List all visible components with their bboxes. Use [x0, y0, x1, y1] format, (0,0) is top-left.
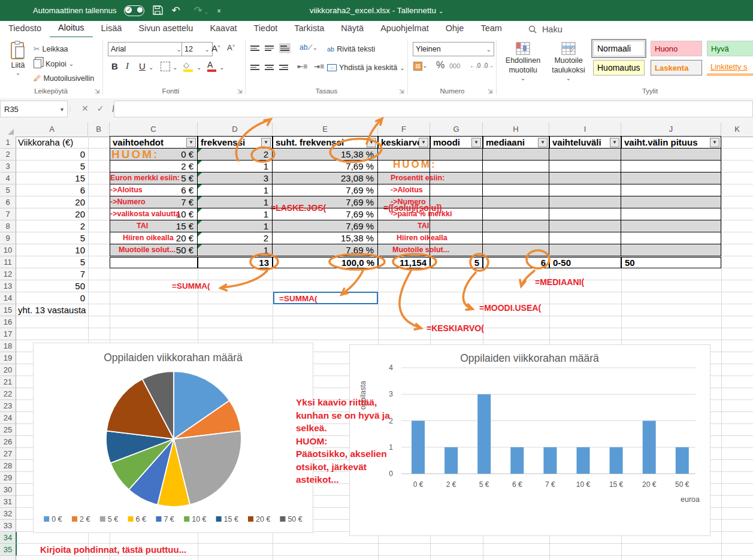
- table-cell-r10c2[interactable]: 7,69 %: [273, 244, 378, 256]
- table-header-1[interactable]: frekvenssi▼: [198, 136, 273, 149]
- filter-button[interactable]: ▼: [419, 138, 428, 147]
- table-header-7[interactable]: vaiht.välin pituus▼: [621, 136, 721, 149]
- cancel-icon[interactable]: ✕: [81, 104, 89, 113]
- table-total-c7[interactable]: 50: [621, 257, 721, 268]
- table-cell-r5c4[interactable]: [430, 184, 483, 196]
- filter-button[interactable]: ▼: [538, 138, 548, 147]
- cut-button[interactable]: ✂Leikkaa: [34, 44, 68, 53]
- table-cell-r5c5[interactable]: [483, 184, 549, 196]
- row-header-10[interactable]: 10: [0, 244, 16, 256]
- document-title[interactable]: viikkoraha2_excel.xlsx - Tallennettu ⌄: [0, 0, 753, 21]
- filter-button[interactable]: ▼: [471, 138, 481, 147]
- table-cell-r5c7[interactable]: [621, 184, 721, 196]
- clipboard-dialog-launcher[interactable]: ⇲: [95, 89, 101, 95]
- table-cell-r9c2[interactable]: 15,38 %: [273, 232, 378, 244]
- selected-cell-e14[interactable]: =SUMMA(: [273, 292, 378, 304]
- percent-style-button[interactable]: %: [436, 60, 444, 71]
- row-header-9[interactable]: 9: [0, 232, 16, 244]
- table-header-4[interactable]: moodi▼: [430, 136, 483, 149]
- row-header-36[interactable]: [0, 556, 16, 560]
- row-header-15[interactable]: 15: [0, 304, 16, 316]
- increase-indent-icon[interactable]: ⇥≡: [314, 62, 324, 71]
- row-header-34[interactable]: 34: [0, 532, 17, 544]
- column-header-C[interactable]: C: [110, 122, 198, 136]
- column-header-G[interactable]: G: [430, 122, 483, 136]
- row-header-17[interactable]: 17: [0, 328, 16, 340]
- column-header-I[interactable]: I: [549, 122, 621, 136]
- row-header-23[interactable]: 23: [0, 400, 16, 412]
- table-cell-r8c0[interactable]: 15 €: [110, 220, 198, 232]
- borders-button[interactable]: [161, 62, 170, 71]
- row-header-18[interactable]: 18: [0, 340, 16, 352]
- increase-font-button[interactable]: A˄: [211, 43, 220, 53]
- table-cell-r9c1[interactable]: 2: [198, 232, 273, 244]
- table-cell-r10c1[interactable]: 1: [198, 244, 273, 256]
- cell-a12[interactable]: 7: [16, 268, 85, 280]
- underline-chevron-icon[interactable]: ⌄: [149, 64, 153, 71]
- row-header-14[interactable]: 14: [0, 292, 16, 304]
- wrap-text-button[interactable]: abRivitä teksti: [327, 45, 375, 53]
- table-cell-r9c5[interactable]: [483, 232, 549, 244]
- style-normaali[interactable]: Normaali: [593, 41, 645, 56]
- table-header-6[interactable]: vaihteluväli▼: [549, 136, 621, 149]
- cell-a4[interactable]: 15: [16, 172, 85, 184]
- row-header-21[interactable]: 21: [0, 376, 16, 388]
- decrease-indent-icon[interactable]: ⇤≡: [297, 62, 307, 71]
- table-cell-r4c1[interactable]: 3: [198, 172, 273, 184]
- font-color-button[interactable]: A: [207, 60, 216, 72]
- row-header-35[interactable]: 35: [0, 544, 17, 556]
- column-header-K[interactable]: K: [721, 122, 753, 136]
- table-cell-r6c5[interactable]: [483, 196, 549, 208]
- conditional-formatting-button[interactable]: Ehdollinen muotoilu ⌄: [501, 42, 545, 81]
- table-cell-r8c7[interactable]: [621, 220, 721, 232]
- table-total-c6[interactable]: 0-50: [549, 257, 621, 268]
- column-header-J[interactable]: J: [621, 122, 721, 136]
- table-cell-r8c6[interactable]: [549, 220, 621, 232]
- align-center-icon[interactable]: [265, 63, 274, 71]
- row-header-22[interactable]: 22: [0, 388, 16, 400]
- tab-tiedot[interactable]: Tiedot: [246, 21, 286, 37]
- table-cell-r5c2[interactable]: 7,69 %: [273, 184, 378, 196]
- row-header-28[interactable]: 28: [0, 460, 16, 472]
- table-cell-r5c6[interactable]: [549, 184, 621, 196]
- table-cell-r7c1[interactable]: 1: [198, 208, 273, 220]
- tab-kaavat[interactable]: Kaavat: [201, 21, 245, 37]
- cell-a5[interactable]: 6: [16, 184, 85, 196]
- table-cell-r2c1[interactable]: 2: [198, 149, 273, 161]
- filter-button[interactable]: ▼: [710, 138, 719, 147]
- formula-input[interactable]: [114, 101, 753, 117]
- row-header-3[interactable]: 3: [0, 161, 16, 172]
- cell-a11[interactable]: 5: [16, 256, 85, 268]
- tab-tarkista[interactable]: Tarkista: [286, 21, 332, 37]
- column-header-D[interactable]: D: [198, 122, 273, 136]
- row-header-20[interactable]: 20: [0, 364, 16, 376]
- table-cell-r4c6[interactable]: [549, 172, 621, 184]
- table-cell-r3c1[interactable]: 1: [198, 161, 273, 172]
- table-cell-r2c4[interactable]: [430, 149, 483, 161]
- tab-apuohjelmat[interactable]: Apuohjelmat: [372, 21, 437, 37]
- format-as-table-button[interactable]: Muotoile taulukoksi ⌄: [546, 42, 591, 81]
- row-header-12[interactable]: 12: [0, 268, 16, 280]
- cell-a7[interactable]: 20: [16, 208, 85, 220]
- decrease-decimal-button[interactable]: .0→: [483, 62, 494, 69]
- table-total-c0[interactable]: [110, 257, 198, 268]
- select-all-corner[interactable]: [7, 128, 14, 135]
- cell-a15[interactable]: yht. 13 vastausta: [18, 304, 108, 316]
- cell-a9[interactable]: 5: [16, 232, 85, 244]
- table-total-c5[interactable]: 6: [483, 257, 549, 268]
- column-header-H[interactable]: H: [483, 122, 549, 136]
- search-box[interactable]: Haku: [528, 25, 563, 34]
- filter-button[interactable]: ▼: [367, 138, 376, 147]
- fill-color-chevron-icon[interactable]: ⌄: [196, 64, 201, 71]
- style-huono[interactable]: Huono: [651, 41, 702, 56]
- borders-chevron-icon[interactable]: ⌄: [173, 64, 177, 71]
- row-header-11[interactable]: 11: [0, 256, 16, 268]
- row-header-4[interactable]: 4: [0, 172, 16, 184]
- row-header-25[interactable]: 25: [0, 424, 16, 436]
- cell-a14[interactable]: 0: [16, 292, 85, 304]
- table-total-c3[interactable]: 11,154: [378, 257, 430, 268]
- table-cell-r3c6[interactable]: [549, 161, 621, 172]
- tab-team[interactable]: Team: [472, 21, 510, 37]
- table-total-c1[interactable]: 13: [198, 257, 273, 268]
- table-cell-r7c5[interactable]: [483, 208, 549, 220]
